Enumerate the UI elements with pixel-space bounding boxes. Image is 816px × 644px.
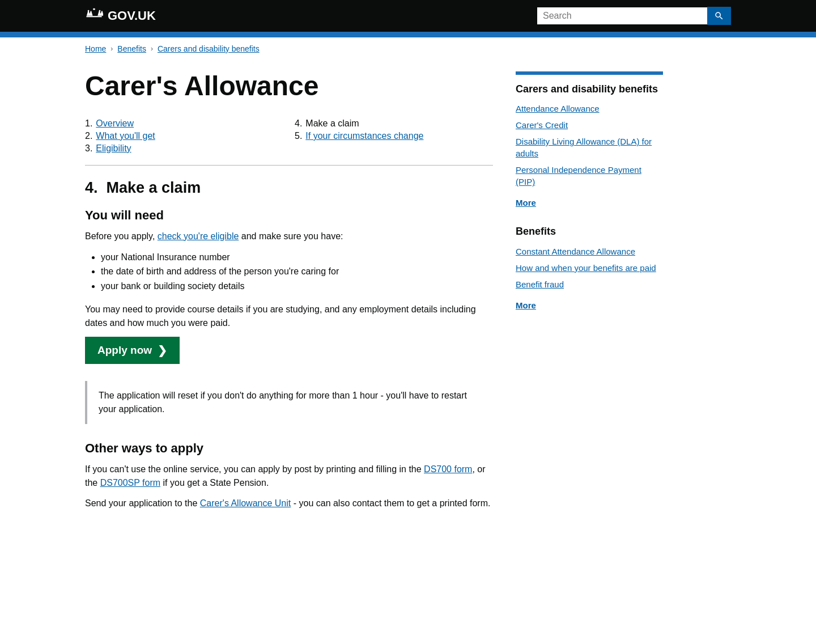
intro-text-before: Before you apply, (85, 231, 158, 241)
info-box-text: The application will reset if you don't … (99, 389, 482, 416)
send-text-1: Send your application to the (85, 498, 200, 508)
section-number: 4. (85, 179, 98, 196)
nav-link-circumstances[interactable]: If your circumstances change (305, 131, 423, 141)
gov-uk-logo[interactable]: GOV.UK (85, 6, 156, 26)
sidebar-link-item-when-paid: How and when your benefits are paid (516, 262, 663, 274)
sidebar-link-attendance[interactable]: Attendance Allowance (516, 104, 600, 113)
nav-num-3: 3. (85, 143, 92, 154)
sidebar-blue-bar-1 (516, 71, 663, 75)
site-header: GOV.UK (0, 0, 816, 32)
sidebar-link-dla[interactable]: Disability Living Allowance (DLA) for ad… (516, 137, 652, 158)
breadcrumb-sep-2: › (151, 45, 153, 53)
sidebar: Carers and disability benefits Attendanc… (516, 71, 663, 517)
content-area: Carer's Allowance 1. Overview 4. Make a … (85, 71, 493, 517)
other-ways-paragraph: If you can't use the online service, you… (85, 463, 493, 490)
nav-num-4: 4. (295, 118, 302, 129)
blue-bar (0, 32, 816, 37)
crown-icon (85, 6, 103, 26)
search-form (537, 7, 731, 25)
sidebar-link-item-constant: Constant Attendance Allowance (516, 245, 663, 257)
main-wrapper: Carer's Allowance 1. Overview 4. Make a … (68, 60, 748, 528)
sidebar-benefits-links: Constant Attendance Allowance How and wh… (516, 245, 663, 290)
sidebar-link-fraud[interactable]: Benefit fraud (516, 279, 564, 289)
nav-item-5: 5. If your circumstances change (295, 131, 493, 141)
breadcrumb: Home › Benefits › Carers and disability … (68, 37, 748, 60)
sidebar-heading-benefits: Benefits (516, 225, 663, 238)
page-title: Carer's Allowance (85, 71, 493, 101)
send-paragraph: Send your application to the Carer's All… (85, 497, 493, 510)
sidebar-heading-carers: Carers and disability benefits (516, 83, 663, 96)
ds700-link[interactable]: DS700 form (424, 464, 472, 474)
nav-num-1: 1. (85, 118, 92, 129)
breadcrumb-carers[interactable]: Carers and disability benefits (158, 44, 260, 53)
info-box: The application will reset if you don't … (85, 381, 493, 424)
sidebar-link-item-carers-credit: Carer's Credit (516, 119, 663, 131)
search-icon (714, 11, 724, 21)
sidebar-section-carers: Carers and disability benefits Attendanc… (516, 71, 663, 208)
intro-text-after: and make sure you have: (239, 231, 343, 241)
breadcrumb-home[interactable]: Home (85, 44, 106, 53)
sidebar-link-pip[interactable]: Personal Independence Payment (PIP) (516, 165, 641, 187)
nav-link-eligibility[interactable]: Eligibility (96, 143, 131, 154)
ds700sp-link[interactable]: DS700SP form (100, 478, 160, 488)
nav-item-4: 4. Make a claim (295, 118, 493, 129)
search-button[interactable] (707, 7, 731, 25)
sidebar-more-carers-button[interactable]: More (516, 198, 536, 207)
other-ways-heading: Other ways to apply (85, 441, 493, 456)
intro-paragraph: Before you apply, check you're eligible … (85, 230, 493, 243)
other-ways-text-1: If you can't use the online service, you… (85, 464, 424, 474)
sidebar-link-when-paid[interactable]: How and when your benefits are paid (516, 263, 656, 273)
sidebar-section-benefits: Benefits Constant Attendance Allowance H… (516, 225, 663, 310)
apply-now-button[interactable]: Apply now ❯ (85, 337, 180, 364)
sidebar-link-item-pip: Personal Independence Payment (PIP) (516, 164, 663, 188)
nav-item-2: 2. What you'll get (85, 131, 283, 141)
search-input[interactable] (537, 7, 707, 24)
other-ways-text-3: if you get a State Pension. (160, 478, 269, 488)
sidebar-more-benefits-button[interactable]: More (516, 300, 536, 310)
bullet-item-1: your National Insurance number (101, 250, 493, 265)
nav-label-make-claim: Make a claim (305, 118, 359, 129)
bullet-item-3: your bank or building society details (101, 279, 493, 294)
sidebar-link-item-dla: Disability Living Allowance (DLA) for ad… (516, 135, 663, 159)
section-title: Make a claim (107, 179, 201, 196)
sidebar-link-item-attendance: Attendance Allowance (516, 103, 663, 115)
nav-item-1: 1. Overview (85, 118, 283, 129)
logo-text: GOV.UK (108, 9, 156, 23)
carers-unit-link[interactable]: Carer's Allowance Unit (200, 498, 291, 508)
sidebar-link-item-fraud: Benefit fraud (516, 278, 663, 290)
sidebar-carers-links: Attendance Allowance Carer's Credit Disa… (516, 103, 663, 188)
bullet-item-2: the date of birth and address of the per… (101, 264, 493, 279)
nav-item-3: 3. Eligibility (85, 143, 283, 154)
requirements-list: your National Insurance number the date … (101, 250, 493, 294)
you-will-need-heading: You will need (85, 208, 493, 223)
apply-now-label: Apply now (97, 344, 152, 357)
section-divider (85, 165, 493, 166)
nav-num-5: 5. (295, 131, 302, 141)
page-nav-list: 1. Overview 4. Make a claim 2. What you'… (85, 118, 493, 154)
breadcrumb-sep-1: › (110, 45, 113, 53)
sidebar-link-constant[interactable]: Constant Attendance Allowance (516, 247, 635, 256)
breadcrumb-benefits[interactable]: Benefits (117, 44, 146, 53)
check-eligible-link[interactable]: check you're eligible (158, 231, 239, 241)
sidebar-link-carers-credit[interactable]: Carer's Credit (516, 120, 568, 130)
extra-info-text: You may need to provide course details i… (85, 303, 493, 330)
section-heading: 4. Make a claim (85, 179, 493, 197)
send-text-2: - you can also contact them to get a pri… (291, 498, 490, 508)
arrow-right-icon: ❯ (158, 344, 167, 357)
nav-link-overview[interactable]: Overview (96, 118, 134, 129)
nav-num-2: 2. (85, 131, 92, 141)
nav-link-what-youll-get[interactable]: What you'll get (96, 131, 155, 141)
